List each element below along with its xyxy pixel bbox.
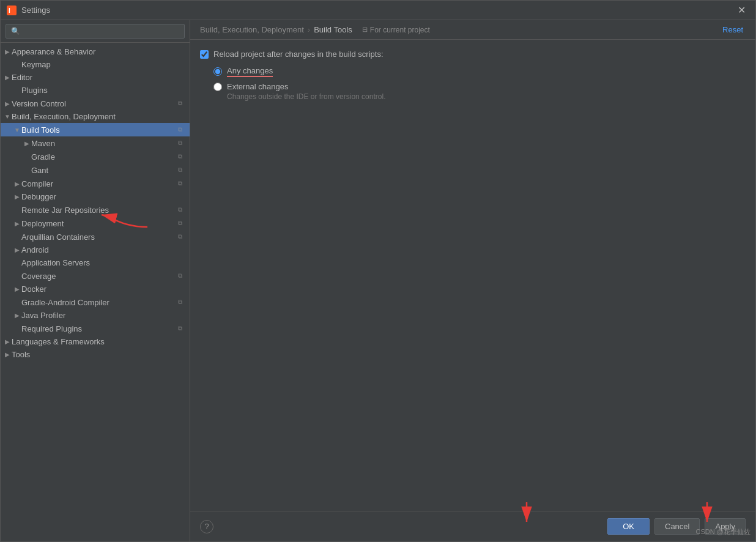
sidebar-item-label: Keymap	[21, 60, 185, 69]
sidebar-item-label: Docker	[21, 284, 185, 294]
tree-arrow-icon: ▶	[3, 100, 12, 107]
sidebar-item-maven[interactable]: ▶Maven⧉	[1, 136, 190, 150]
sidebar-item-appearance[interactable]: ▶Appearance & Behavior	[1, 45, 190, 58]
sidebar-item-label: Build Tools	[21, 125, 172, 135]
tree-arrow-icon: ▶	[13, 286, 21, 292]
sidebar-item-version-control[interactable]: ▶Version Control⧉	[1, 97, 190, 110]
for-project-label: ⊟ For current project	[362, 26, 430, 34]
breadcrumb-current: Build Tools	[314, 25, 352, 34]
sidebar-item-arquillian-containers[interactable]: Arquillian Containers⧉	[1, 230, 190, 243]
sidebar-item-gradle-android-compiler[interactable]: Gradle-Android Compiler⧉	[1, 295, 190, 309]
sidebar-item-label: Remote Jar Repositories	[21, 206, 172, 215]
sidebar-item-label: Tools	[12, 350, 185, 359]
title-bar: I Settings ✕	[1, 1, 755, 20]
sidebar-item-java-profiler[interactable]: ▶Java Profiler	[1, 309, 190, 322]
sidebar-item-gant[interactable]: Gant⧉	[1, 163, 190, 177]
sidebar-item-languages-frameworks[interactable]: ▶Languages & Frameworks	[1, 335, 190, 348]
tree-arrow-icon: ▶	[13, 312, 21, 319]
copy-icon: ⧉	[175, 297, 185, 307]
sidebar-item-label: Debugger	[21, 192, 185, 201]
sidebar-item-label: Coverage	[21, 272, 172, 281]
watermark: CSDN @花季仙佐	[696, 527, 750, 536]
sidebar-item-remote-jar-repositories[interactable]: Remote Jar Repositories⧉	[1, 203, 190, 217]
sidebar-item-docker[interactable]: ▶Docker	[1, 283, 190, 295]
tree-arrow-icon: ▶	[13, 193, 21, 200]
copy-icon: ⧉	[175, 324, 185, 333]
any-changes-radio-row: Any changes	[213, 66, 746, 77]
settings-dialog: I Settings ✕ ▶Appearance & BehaviorKeyma…	[0, 0, 756, 542]
tree-arrow-icon: ▼	[13, 127, 21, 133]
sidebar-item-label: Maven	[31, 139, 172, 148]
search-input[interactable]	[6, 24, 185, 39]
sidebar-item-plugins[interactable]: Plugins	[1, 84, 190, 97]
sidebar-item-gradle[interactable]: Gradle⧉	[1, 150, 190, 163]
sidebar-item-editor[interactable]: ▶Editor	[1, 71, 190, 84]
copy-icon: ⧉	[175, 98, 185, 108]
sidebar-item-coverage[interactable]: Coverage⧉	[1, 269, 190, 283]
sidebar-item-deployment[interactable]: ▶Deployment⧉	[1, 217, 190, 230]
title-text: Settings	[21, 6, 734, 15]
tree-arrow-icon: ▶	[13, 180, 21, 187]
sidebar: ▶Appearance & BehaviorKeymap▶EditorPlugi…	[1, 20, 190, 541]
tree-arrow-icon: ▶	[13, 220, 21, 227]
sidebar-item-label: Gant	[31, 166, 172, 175]
external-changes-desc: Changes outside the IDE or from version …	[227, 92, 746, 101]
copy-icon: ⧉	[175, 232, 185, 242]
breadcrumb-sep: ›	[308, 25, 310, 34]
sidebar-item-label: Plugins	[21, 86, 185, 95]
sidebar-item-label: Version Control	[12, 99, 172, 108]
main-content: Build, Execution, Deployment › Build Too…	[190, 20, 755, 541]
breadcrumb: Build, Execution, Deployment › Build Too…	[200, 25, 430, 34]
any-changes-label: Any changes	[227, 66, 273, 77]
ok-button[interactable]: OK	[607, 518, 650, 535]
sidebar-item-debugger[interactable]: ▶Debugger	[1, 190, 190, 203]
help-button[interactable]: ?	[200, 520, 213, 533]
any-changes-radio[interactable]	[213, 67, 222, 76]
svg-text:I: I	[9, 7, 10, 14]
sidebar-item-label: Android	[21, 245, 185, 254]
sidebar-item-label: Compiler	[21, 179, 172, 188]
radio-group: Any changes External changes Changes out…	[213, 66, 746, 101]
tree-arrow-icon: ▶	[23, 140, 31, 147]
copy-icon: ⧉	[175, 205, 185, 215]
tree-arrow-icon: ▶	[13, 247, 21, 253]
close-button[interactable]: ✕	[734, 3, 749, 17]
sidebar-item-keymap[interactable]: Keymap	[1, 58, 190, 71]
external-changes-row: External changes Changes outside the IDE…	[213, 82, 746, 101]
copy-icon: ⧉	[175, 179, 185, 188]
sidebar-item-label: Build, Execution, Deployment	[12, 112, 185, 121]
sidebar-item-label: Gradle	[31, 152, 172, 161]
sidebar-item-label: Gradle-Android Compiler	[21, 298, 172, 307]
tree-arrow-icon: ▶	[3, 338, 12, 345]
copy-icon: ⧉	[175, 271, 185, 281]
cancel-button[interactable]: Cancel	[654, 518, 700, 535]
app-logo: I	[7, 6, 17, 15]
external-changes-radio[interactable]	[213, 83, 222, 91]
sidebar-item-label: Application Servers	[21, 258, 185, 267]
reload-checkbox[interactable]	[200, 50, 209, 59]
sidebar-item-required-plugins[interactable]: Required Plugins⧉	[1, 322, 190, 335]
reload-checkbox-row: Reload project after changes in the buil…	[200, 50, 746, 59]
main-body: Reload project after changes in the buil…	[190, 40, 755, 511]
breadcrumb-link: Build, Execution, Deployment	[200, 25, 304, 34]
reset-button[interactable]: Reset	[722, 25, 746, 34]
sidebar-item-label: Deployment	[21, 219, 172, 228]
tree-arrow-icon: ▶	[3, 351, 12, 358]
dialog-body: ▶Appearance & BehaviorKeymap▶EditorPlugi…	[1, 20, 755, 541]
sidebar-item-compiler[interactable]: ▶Compiler⧉	[1, 177, 190, 190]
external-changes-label: External changes	[227, 82, 288, 91]
external-changes-radio-row: External changes	[213, 82, 746, 91]
sidebar-item-tools[interactable]: ▶Tools	[1, 348, 190, 361]
search-box	[1, 20, 190, 43]
sidebar-item-label: Java Profiler	[21, 311, 185, 320]
sidebar-item-label: Editor	[12, 73, 185, 82]
sidebar-item-build-tools[interactable]: ▼Build Tools⧉	[1, 123, 190, 136]
copy-icon: ⧉	[175, 218, 185, 228]
sidebar-item-android[interactable]: ▶Android	[1, 243, 190, 256]
main-header: Build, Execution, Deployment › Build Too…	[190, 20, 755, 40]
reload-checkbox-label: Reload project after changes in the buil…	[213, 50, 384, 59]
sidebar-item-application-servers[interactable]: Application Servers	[1, 256, 190, 269]
sidebar-item-build-execution-deployment[interactable]: ▼Build, Execution, Deployment	[1, 110, 190, 123]
sidebar-item-label: Languages & Frameworks	[12, 337, 185, 346]
tree-arrow-icon: ▼	[3, 113, 12, 120]
